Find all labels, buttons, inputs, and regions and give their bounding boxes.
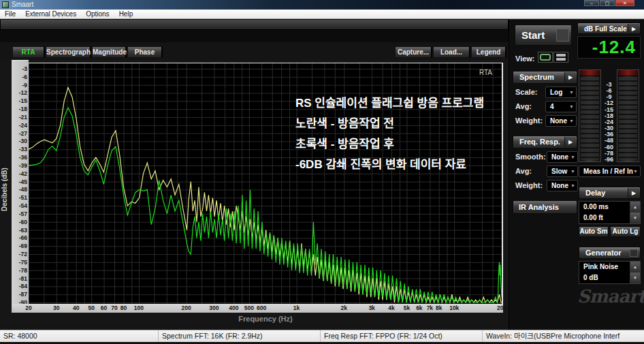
freqresp-section-header[interactable]: Freq. Resp. ▶ <box>513 136 577 148</box>
x-tick-label: 100 <box>134 304 144 311</box>
maximize-icon: ▢ <box>600 1 614 6</box>
tab-spectrograph[interactable]: Spectrograph <box>46 46 91 58</box>
start-button[interactable]: Start <box>515 25 572 46</box>
x-tick-label: 7k <box>427 304 433 311</box>
annotation-line-4: -6DB 감쇄 진폭의 변화 데이터 자료 <box>295 155 484 175</box>
chevron-right-icon: ▶ <box>628 188 639 198</box>
x-tick-label: 8k <box>436 304 442 311</box>
generator-on-indicator[interactable] <box>630 249 638 257</box>
x-tick-label: 70 <box>111 304 117 311</box>
split-view-icon[interactable] <box>553 52 568 63</box>
status-freqresp-fft: Freq Resp FFT: FPPO (FR: 1/24 Oct) <box>321 330 483 342</box>
auto-large-button[interactable]: Auto Lg <box>610 226 641 237</box>
clip-indicator <box>617 70 639 76</box>
tab-phase[interactable]: Phase <box>127 46 163 58</box>
y-tick-label: -51 <box>12 194 27 201</box>
tab-magnitude[interactable]: Magnitude <box>92 46 127 58</box>
y-axis-title: Decibels (dB) <box>1 148 10 230</box>
single-view-icon[interactable] <box>538 52 553 63</box>
y-tick-label: -48 <box>12 186 27 193</box>
close-button[interactable]: ✕ <box>615 0 634 6</box>
input-source-select[interactable]: Meas In / Ref In▼ <box>579 166 641 177</box>
x-tick-label: 2k <box>341 304 347 311</box>
meter-scale-label: -78 <box>602 151 616 156</box>
y-tick-label: -42 <box>12 170 27 177</box>
input-level-meter-left <box>579 69 601 162</box>
meter-scale: -3-6-9-12-15-18-24-30-36-48-60-78-96 <box>602 82 616 162</box>
status-sample-rate: SR: 48000 <box>0 330 159 342</box>
delay-spinner: ▲ ▼ <box>630 202 640 223</box>
legend-button[interactable]: Legend <box>471 46 506 58</box>
freqresp-avg-select[interactable]: Slow▼ <box>547 166 578 177</box>
split-pane-glyph <box>556 54 566 57</box>
delay-header-label: Delay <box>585 189 605 197</box>
y-tick-label: -84 <box>12 283 27 290</box>
dbfs-header[interactable]: dB Full Scale ▶ <box>577 22 641 34</box>
ir-analysis-button[interactable]: IR Analysis <box>513 200 577 214</box>
y-tick-label: -78 <box>12 267 27 274</box>
chevron-right-icon: ▶ <box>628 24 639 33</box>
chevron-right-icon: ▶ <box>564 137 576 147</box>
smooth-label: Smooth: <box>515 153 546 161</box>
x-tick-label: 5k <box>404 304 410 311</box>
y-tick-label: -45 <box>12 178 27 185</box>
generator-section-header[interactable]: Generator <box>579 247 641 259</box>
generator-spinner: ▲ ▼ <box>630 262 640 283</box>
menu-external-devices[interactable]: External Devices <box>20 10 81 18</box>
capture-button[interactable]: Capture... <box>395 46 432 58</box>
delay-section-header[interactable]: Delay ▶ <box>579 187 641 199</box>
tab-rta[interactable]: RTA <box>12 46 45 58</box>
annotation-line-1: RS 인슐레이션 플래그쉽 방음 프로그램 <box>295 93 484 114</box>
delay-value-box: 0.00 ms 0.00 ft ▲ ▼ <box>579 201 641 224</box>
spectrum-section-header[interactable]: Spectrum ▶ <box>513 71 577 84</box>
x-axis: 203040506070801002003004005006001k2k3k4k… <box>12 304 503 313</box>
meter-scale-label: -18 <box>602 113 616 119</box>
minimize-icon: – <box>585 1 598 6</box>
y-tick-label: -15 <box>12 97 27 104</box>
freqresp-weight-select[interactable]: None▼ <box>547 180 578 191</box>
y-tick-label: -27 <box>12 130 27 137</box>
smaart-window: Smaart – ▢ ✕ File External Devices Optio… <box>0 0 644 344</box>
menu-options[interactable]: Options <box>81 10 114 18</box>
chevron-down-icon: ▼ <box>569 101 574 112</box>
x-axis-title: Frequency (Hz) <box>204 315 327 323</box>
menu-file[interactable]: File <box>0 10 20 18</box>
y-tick-label: -12 <box>12 89 27 96</box>
generator-header-label: Generator <box>585 249 622 257</box>
x-tick-label: 50 <box>88 304 94 311</box>
chevron-down-icon: ▼ <box>569 87 574 97</box>
y-tick-label: -39 <box>12 162 27 169</box>
chevron-right-icon: ▶ <box>564 72 576 82</box>
minimize-button[interactable]: – <box>584 0 599 6</box>
menu-help[interactable]: Help <box>114 10 138 18</box>
meter-scale-label: -48 <box>602 138 616 143</box>
split-pane-glyph-2 <box>556 58 566 61</box>
smooth-select[interactable]: None▼ <box>547 151 578 163</box>
plot-area[interactable]: RTA RS 인슐레이션 플래그쉽 방음 프로그램 노란색 - 방음작업 전 초… <box>29 63 503 304</box>
start-indicator <box>556 29 569 42</box>
spin-up-icon[interactable]: ▲ <box>630 202 640 213</box>
spectrum-avg-select[interactable]: 4▼ <box>545 101 577 112</box>
x-tick-label: 400 <box>229 304 238 311</box>
spin-up-icon[interactable]: ▲ <box>630 262 640 272</box>
dbfs-header-label: dB Full Scale <box>584 25 627 33</box>
maximize-button[interactable]: ▢ <box>600 0 615 6</box>
plot-mode-label: RTA <box>479 69 492 76</box>
view-label: View: <box>515 54 535 63</box>
scale-value: Log <box>550 89 562 96</box>
y-tick-label: -24 <box>12 122 27 129</box>
spectrum-weight-select[interactable]: None▼ <box>545 115 577 127</box>
x-tick-label: 20k <box>497 304 506 311</box>
scale-select[interactable]: Log▼ <box>545 87 577 98</box>
spin-down-icon[interactable]: ▼ <box>630 213 640 223</box>
window-title: Smaart <box>12 1 33 8</box>
y-tick-label: -69 <box>12 243 27 249</box>
y-tick-label: -18 <box>12 106 27 112</box>
auto-small-button[interactable]: Auto Sm <box>579 226 609 237</box>
x-tick-label: 10k <box>449 304 459 311</box>
chevron-down-icon: ▼ <box>570 152 575 162</box>
toolbar-strip-lower <box>0 30 509 42</box>
spin-down-icon[interactable]: ▼ <box>630 272 640 283</box>
x-tick-label: 30 <box>53 304 59 311</box>
load-button[interactable]: Load... <box>433 46 470 58</box>
